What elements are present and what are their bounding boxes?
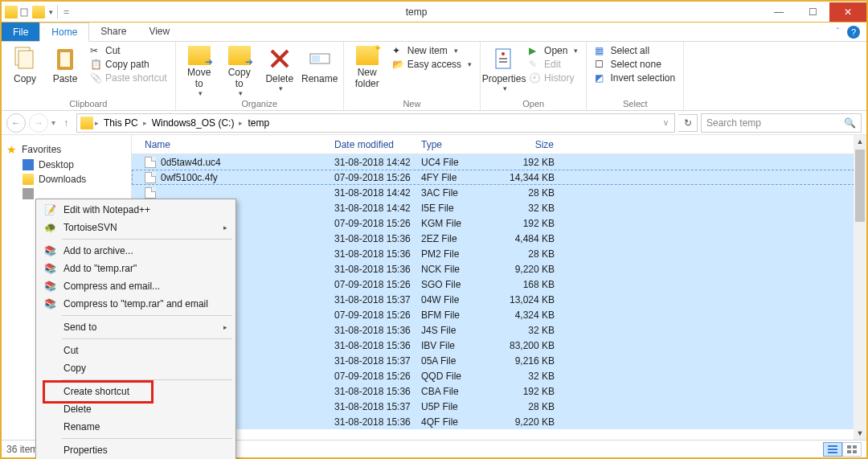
table-row[interactable]: 0d5taw4d.uc431-08-2018 14:42UC4 File192 … (132, 154, 866, 170)
bc-thispc[interactable]: This PC (100, 116, 141, 130)
edit-button[interactable]: ✎Edit (526, 58, 581, 71)
file-icon (145, 172, 156, 183)
table-row[interactable]: 31-08-2018 15:3705A File9,216 KB (132, 353, 866, 368)
svg-point-10 (502, 52, 505, 55)
properties-button[interactable]: Properties▾ (485, 44, 522, 98)
table-row[interactable]: 31-08-2018 15:36IBV File83,200 KB (132, 338, 866, 353)
ctx-properties[interactable]: Properties (38, 441, 234, 459)
ctx-copy[interactable]: Copy (38, 359, 234, 377)
table-row[interactable]: 07-09-2018 15:26SGO File168 KB (132, 277, 866, 292)
table-row[interactable]: 31-08-2018 14:42I5E File32 KB (132, 200, 866, 215)
tab-view[interactable]: View (137, 23, 181, 41)
open-button[interactable]: ▶Open▾ (526, 44, 581, 57)
desktop-icon (23, 159, 34, 170)
minimize-button[interactable]: — (762, 2, 796, 22)
nav-back-button[interactable]: ← (6, 113, 26, 133)
help-icon[interactable]: ? (847, 26, 860, 39)
file-tab[interactable]: File (2, 23, 39, 41)
select-none-button[interactable]: ☐Select none (592, 58, 678, 71)
scroll-thumb[interactable] (855, 150, 865, 222)
cut-button[interactable]: ✂Cut (87, 44, 170, 57)
table-row[interactable]: 07-09-2018 15:26QQD File32 KB (132, 368, 866, 383)
paste-shortcut-button[interactable]: 📎Paste shortcut (87, 72, 170, 84)
nav-up-button[interactable]: ↑ (59, 113, 73, 133)
nav-forward-button[interactable]: → (29, 113, 48, 133)
open-icon: ▶ (529, 45, 540, 56)
table-row[interactable]: 0wf5100c.4fy07-09-2018 15:264FY File14,3… (132, 170, 866, 185)
table-row[interactable]: 31-08-2018 14:423AC File28 KB (132, 185, 866, 200)
copy-button[interactable]: Copy (6, 44, 43, 98)
table-row[interactable]: 31-08-2018 15:36J4S File32 KB (132, 322, 866, 338)
qat-chevron-icon[interactable]: ▾ (49, 8, 53, 16)
nav-recent-chevron-icon[interactable]: ▾ (51, 118, 55, 127)
table-row[interactable]: 31-08-2018 15:364QF File9,220 KB (132, 414, 866, 429)
scroll-up-icon[interactable]: ▲ (854, 135, 866, 148)
history-button[interactable]: 🕘History (526, 72, 581, 84)
breadcrumb[interactable]: ▸ This PC ▸ Windows8_OS (C:) ▸ temp v (76, 113, 675, 133)
table-row[interactable]: 31-08-2018 15:36CBA File192 KB (132, 383, 866, 399)
ctx-create-shortcut[interactable]: Create shortcut (38, 383, 234, 400)
select-all-button[interactable]: ▦Select all (592, 44, 678, 57)
tab-share[interactable]: Share (89, 23, 137, 41)
ribbon-chevron-icon[interactable]: ˇ (837, 27, 839, 36)
svg-rect-15 (828, 452, 837, 453)
delete-button[interactable]: Delete▾ (261, 44, 298, 98)
sidebar-favorites[interactable]: ★Favorites (2, 141, 131, 158)
scroll-down-icon[interactable]: ▼ (854, 427, 866, 440)
invert-selection-button[interactable]: ◩Invert selection (592, 72, 678, 84)
col-size[interactable]: Size (502, 137, 561, 153)
ctx-cut[interactable]: Cut (38, 342, 234, 359)
new-folder-button[interactable]: ✦ New folder (349, 44, 386, 98)
bc-dropdown-icon[interactable]: v (664, 118, 671, 127)
col-date[interactable]: Date modified (328, 137, 415, 153)
qat-folder-icon[interactable] (32, 6, 45, 18)
view-details-button[interactable] (823, 442, 842, 457)
easy-access-button[interactable]: 📂Easy access▾ (389, 58, 475, 71)
paste-button[interactable]: Paste (47, 44, 84, 98)
ctx-add-temp-rar[interactable]: 📚Add to "temp.rar" (38, 260, 234, 277)
qat-eq-icon[interactable]: = (62, 6, 71, 18)
table-row[interactable]: 31-08-2018 15:36NCK File9,220 KB (132, 261, 866, 277)
search-input[interactable]: Search temp 🔍 (701, 113, 862, 133)
close-button[interactable]: ✕ (829, 2, 866, 22)
sidebar-item-downloads[interactable]: Downloads (2, 172, 131, 186)
table-row[interactable]: 31-08-2018 15:36PM2 File28 KB (132, 246, 866, 261)
ctx-delete[interactable]: Delete (38, 400, 234, 418)
rar-icon: 📚 (43, 244, 57, 258)
scrollbar-v[interactable]: ▲ ▼ (854, 135, 866, 440)
table-row[interactable]: 31-08-2018 15:3704W File13,024 KB (132, 292, 866, 307)
col-name[interactable]: Name (138, 137, 328, 153)
view-thumbs-button[interactable] (842, 442, 862, 457)
new-item-button[interactable]: ✦New item▾ (389, 44, 475, 57)
divider (62, 438, 232, 439)
chevron-right-icon[interactable]: ▸ (239, 119, 243, 127)
ctx-compress-email[interactable]: 📚Compress and email... (38, 277, 234, 295)
divider (62, 239, 232, 240)
move-to-button[interactable]: ➜ Move to▾ (181, 44, 218, 98)
table-row[interactable]: 31-08-2018 15:362EZ File4,484 KB (132, 231, 866, 246)
bc-temp[interactable]: temp (244, 116, 272, 130)
ctx-compress-temp-email[interactable]: 📚Compress to "temp.rar" and email (38, 295, 234, 313)
qat-new-icon[interactable] (19, 6, 31, 18)
refresh-button[interactable]: ↻ (678, 114, 698, 132)
col-type[interactable]: Type (415, 137, 502, 153)
ctx-add-archive[interactable]: 📚Add to archive... (38, 242, 234, 260)
chevron-right-icon[interactable]: ▸ (143, 119, 147, 127)
ctx-edit-notepad[interactable]: 📝Edit with Notepad++ (38, 201, 234, 219)
maximize-button[interactable]: ☐ (796, 2, 829, 22)
table-row[interactable]: 31-08-2018 15:37U5P File28 KB (132, 399, 866, 414)
table-row[interactable]: 07-09-2018 15:26KGM File192 KB (132, 215, 866, 231)
copy-path-button[interactable]: 📋Copy path (87, 58, 170, 71)
ctx-send-to[interactable]: Send to▸ (38, 318, 234, 336)
svg-rect-17 (853, 445, 857, 449)
table-row[interactable]: 07-09-2018 15:26BFM File4,324 KB (132, 307, 866, 322)
rename-button[interactable]: Rename (301, 44, 338, 98)
chevron-right-icon[interactable]: ▸ (95, 119, 99, 127)
tab-home[interactable]: Home (39, 23, 89, 42)
sidebar-item-desktop[interactable]: Desktop (2, 158, 131, 172)
ctx-rename[interactable]: Rename (38, 418, 234, 436)
copy-to-button[interactable]: ➜ Copy to▾ (221, 44, 258, 98)
ctx-tortoisesvn[interactable]: 🐢TortoiseSVN▸ (38, 219, 234, 236)
bc-drive[interactable]: Windows8_OS (C:) (149, 116, 238, 130)
history-icon: 🕘 (529, 72, 540, 84)
